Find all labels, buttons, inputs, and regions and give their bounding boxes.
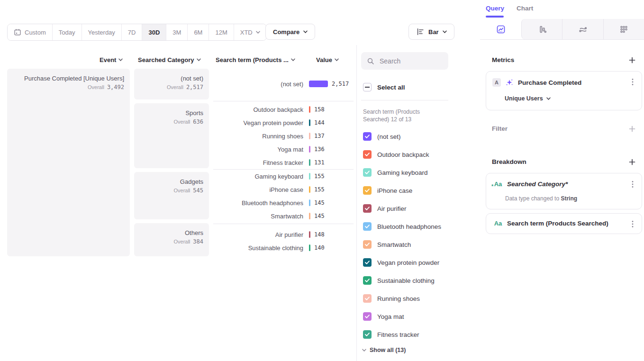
filter-item-outdoor-backpack[interactable]: Outdoor backpack — [363, 145, 441, 163]
filter-item-air-purifier[interactable]: Air purifier — [363, 199, 441, 217]
filter-item-not-set[interactable]: (not set) — [363, 127, 441, 145]
table-row[interactable]: Smartwatch 145 — [213, 209, 354, 223]
metric-card[interactable]: A Purchase Completed Unique Users — [486, 71, 642, 110]
breakdown-card-searched-category[interactable]: Aa* Searched Category* Data type changed… — [486, 173, 642, 209]
funnels-icon — [537, 25, 547, 34]
value-number: 148 — [314, 231, 325, 238]
filter-item-running-shoes[interactable]: Running shoes — [363, 289, 441, 307]
filter-item-vegan-protein-powder[interactable]: Vegan protein powder — [363, 253, 441, 271]
table-row[interactable]: Gaming keyboard 155 — [213, 170, 354, 183]
checkbox-checked[interactable] — [363, 186, 372, 195]
filter-item-label: (not set) — [377, 133, 401, 140]
compare-button[interactable]: Compare — [265, 24, 315, 40]
date-range-30d-active[interactable]: 30D — [142, 24, 166, 40]
search-term: Gaming keyboard — [213, 173, 303, 180]
metric-options-kebab[interactable] — [629, 78, 636, 86]
group-divider — [213, 101, 354, 101]
chevron-down-icon — [362, 349, 366, 352]
date-range-label: Custom — [25, 29, 46, 36]
search-term: iPhone case — [213, 186, 303, 193]
filter-item-sustainable-clothing[interactable]: Sustainable clothing — [363, 271, 441, 289]
checkbox-checked[interactable] — [363, 294, 372, 303]
overall-label: Overall — [173, 188, 190, 193]
chart-type-selector[interactable]: Bar — [408, 24, 454, 40]
date-range-7d[interactable]: 7D — [122, 24, 143, 40]
category-name: Gadgets — [140, 178, 203, 185]
value-bar — [309, 106, 310, 113]
filter-item-fitness-tracker[interactable]: Fitness tracker — [363, 325, 441, 343]
tab-funnels[interactable] — [522, 19, 562, 39]
date-range-custom[interactable]: Custom — [8, 24, 53, 40]
column-header-label: Event — [100, 56, 116, 63]
table-row[interactable]: Yoga mat 136 — [213, 143, 354, 156]
filter-item-bluetooth-headphones[interactable]: Bluetooth headphones — [363, 217, 441, 235]
table-row[interactable]: Air purifier 148 — [213, 228, 354, 241]
filter-item-yoga-mat[interactable]: Yoga mat — [363, 307, 441, 325]
checkbox-checked[interactable] — [363, 330, 372, 339]
column-header-searched-category[interactable]: Searched Category — [138, 55, 201, 64]
category-cell-others[interactable]: Others Overall384 — [134, 223, 209, 256]
breakdown-card-search-term[interactable]: Aa Search term (Products Searched) — [486, 213, 642, 234]
value-bar — [309, 244, 310, 251]
date-range-today[interactable]: Today — [53, 24, 82, 40]
checkbox-checked[interactable] — [363, 168, 372, 177]
checkbox-checked[interactable] — [363, 312, 372, 321]
filter-item-gaming-keyboard[interactable]: Gaming keyboard — [363, 163, 441, 181]
date-range-label: Today — [59, 29, 75, 36]
tab-chart[interactable]: Chart — [517, 5, 533, 12]
overall-value: 3,492 — [107, 84, 124, 90]
value-number: 2,517 — [332, 81, 349, 87]
event-cell[interactable]: Purchase Completed [Unique Users] Overal… — [7, 69, 130, 256]
table-row[interactable]: Vegan protein powder 144 — [213, 116, 354, 129]
column-header-value[interactable]: Value — [316, 55, 339, 64]
select-all-checkbox-indeterminate[interactable] — [363, 83, 372, 91]
add-breakdown-button[interactable] — [628, 158, 636, 166]
checkbox-checked[interactable] — [363, 204, 372, 213]
check-icon — [365, 333, 370, 336]
checkbox-checked[interactable] — [363, 150, 372, 159]
select-all-row[interactable]: Select all — [363, 83, 405, 91]
add-filter-button[interactable] — [628, 125, 636, 133]
table-row[interactable]: iPhone case 155 — [213, 183, 354, 196]
measure-selector[interactable]: Unique Users — [505, 95, 551, 102]
table-row[interactable]: Outdoor backpack 158 — [213, 103, 354, 116]
retention-icon — [578, 25, 588, 34]
add-metric-button[interactable] — [628, 56, 636, 64]
date-range-yesterday[interactable]: Yesterday — [82, 24, 122, 40]
checkbox-checked[interactable] — [363, 132, 372, 141]
tab-flows[interactable] — [603, 19, 644, 39]
checkbox-checked[interactable] — [363, 258, 372, 267]
tab-insights-active[interactable] — [480, 19, 521, 39]
checkbox-checked[interactable] — [363, 222, 372, 231]
filter-item-label: Smartwatch — [377, 241, 411, 248]
checkbox-checked[interactable] — [363, 276, 372, 285]
checkbox-checked[interactable] — [363, 240, 372, 249]
show-all-button[interactable]: Show all (13) — [362, 347, 406, 353]
category-cell-sports[interactable]: Sports Overall636 — [134, 103, 209, 168]
sidebar-tab-bar: Query Chart — [486, 5, 533, 12]
search-input[interactable] — [379, 57, 442, 65]
column-header-event[interactable]: Event — [100, 55, 123, 64]
date-range-12m[interactable]: 12M — [209, 24, 234, 40]
tab-retention[interactable] — [562, 19, 603, 39]
breakdown-options-kebab[interactable] — [629, 180, 636, 188]
breakdown-options-kebab[interactable] — [629, 220, 636, 228]
note-value: String — [561, 195, 577, 202]
date-range-6m[interactable]: 6M — [188, 24, 209, 40]
table-row[interactable]: Sustainable clothing 140 — [213, 241, 354, 254]
column-header-search-term[interactable]: Search term (Products ... — [216, 55, 295, 64]
filter-item-smartwatch[interactable]: Smartwatch — [363, 235, 441, 253]
metric-event-name: Purchase Completed — [518, 79, 581, 86]
table-row[interactable]: Fitness tracker 131 — [213, 156, 354, 169]
filter-item-iphone-case[interactable]: iPhone case — [363, 181, 441, 199]
date-range-xtd[interactable]: XTD — [234, 24, 266, 40]
table-row[interactable]: Bluetooth headphones 145 — [213, 196, 354, 209]
category-cell-not-set[interactable]: (not set) Overall2,517 — [134, 69, 209, 99]
event-name: Purchase Completed [Unique Users] — [13, 75, 124, 82]
category-cell-gadgets[interactable]: Gadgets Overall545 — [134, 172, 209, 219]
search-box[interactable] — [361, 52, 448, 70]
table-row[interactable]: Running shoes 137 — [213, 129, 354, 143]
date-range-3m[interactable]: 3M — [166, 24, 188, 40]
table-row[interactable]: (not set) 2,517 — [213, 77, 354, 90]
tab-query-active[interactable]: Query — [486, 5, 504, 12]
